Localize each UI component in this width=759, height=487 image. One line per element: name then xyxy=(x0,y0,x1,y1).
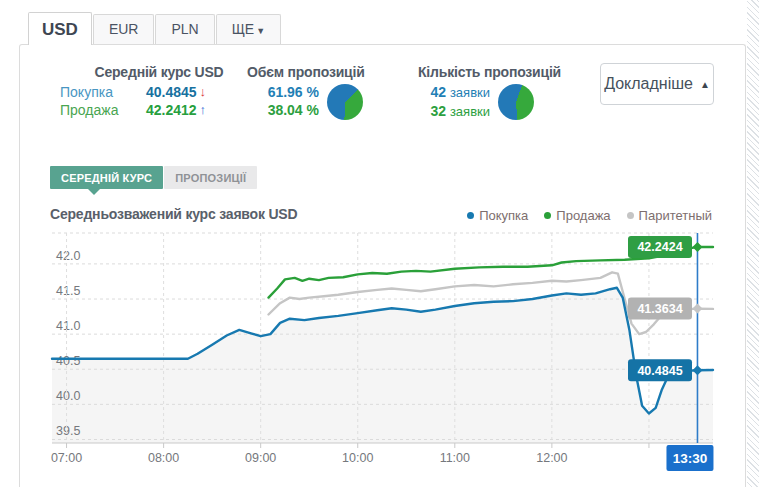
svg-text:10:00: 10:00 xyxy=(342,451,373,465)
volume-block: Обєм пропозицій 61.96 % 38.04 % xyxy=(247,64,365,120)
currency-tabbar: USD EUR PLN ЩЕ▼ xyxy=(28,12,282,45)
buy-value: 40.4845 xyxy=(146,83,197,101)
triangle-up-icon: ▲ xyxy=(700,79,710,90)
chevron-down-icon: ▼ xyxy=(256,26,265,36)
svg-text:41.0: 41.0 xyxy=(56,319,80,333)
sell-label: Продажа xyxy=(60,101,132,119)
svg-text:39.5: 39.5 xyxy=(56,424,80,438)
legend-parity-label: Паритетный xyxy=(639,208,712,223)
count-sell: 32 заявки xyxy=(418,102,490,121)
count-sell-unit: заявки xyxy=(450,104,490,119)
tab-more-label: ЩЕ xyxy=(232,21,254,37)
chart-subtabs: СЕРЕДНІЙ КУРС ПРОПОЗИЦІЇ xyxy=(50,166,257,189)
buy-dot-icon xyxy=(467,212,474,219)
count-sell-number: 32 xyxy=(430,103,446,119)
legend-item-sell[interactable]: Продажа xyxy=(544,208,610,223)
count-title: Кількість пропозицій xyxy=(418,64,561,80)
svg-text:08:00: 08:00 xyxy=(148,451,179,465)
details-button[interactable]: Докладніше ▲ xyxy=(600,63,714,105)
details-button-label: Докладніше xyxy=(604,75,693,93)
count-buy-unit: заявки xyxy=(450,85,490,100)
subtab-offers[interactable]: ПРОПОЗИЦІЇ xyxy=(164,166,257,189)
svg-text:42.0: 42.0 xyxy=(56,249,80,263)
count-buy-number: 42 xyxy=(430,84,446,100)
tab-usd[interactable]: USD xyxy=(28,12,92,45)
svg-text:09:00: 09:00 xyxy=(245,451,276,465)
svg-text:40.4845: 40.4845 xyxy=(637,364,682,378)
tab-more[interactable]: ЩЕ▼ xyxy=(216,14,281,44)
chart-title: Середньозважений курс заявок USD xyxy=(50,206,297,222)
legend-buy-label: Покупка xyxy=(479,208,528,223)
arrow-up-icon: ↑ xyxy=(200,101,207,119)
subtab-average-rate[interactable]: СЕРЕДНІЙ КУРС xyxy=(50,166,163,189)
sell-value: 42.2412 xyxy=(146,101,197,119)
count-block: Кількість пропозицій 42 заявки 32 заявки xyxy=(418,64,561,121)
count-pie-chart xyxy=(498,84,534,120)
tab-eur[interactable]: EUR xyxy=(93,14,155,44)
volume-sell-percent: 38.04 % xyxy=(247,101,319,119)
svg-text:07:00: 07:00 xyxy=(51,451,82,465)
legend-item-buy[interactable]: Покупка xyxy=(467,208,528,223)
tab-pln[interactable]: PLN xyxy=(155,14,214,44)
count-buy: 42 заявки xyxy=(418,83,490,102)
svg-text:41.3634: 41.3634 xyxy=(637,302,682,316)
sell-dot-icon xyxy=(544,212,551,219)
rate-chart[interactable]: 39.540.040.541.041.542.007:0008:0009:001… xyxy=(0,225,759,487)
svg-text:40.5: 40.5 xyxy=(56,354,80,368)
avg-rate-block: Середній курс USD Покупка 40.4845 ↓ Прод… xyxy=(60,64,238,119)
chart-legend: Покупка Продажа Паритетный xyxy=(467,208,712,223)
volume-buy-percent: 61.96 % xyxy=(247,83,319,101)
svg-text:40.0: 40.0 xyxy=(56,389,80,403)
svg-text:12:00: 12:00 xyxy=(536,451,567,465)
svg-text:41.5: 41.5 xyxy=(56,284,80,298)
arrow-down-icon: ↓ xyxy=(200,83,207,101)
legend-sell-label: Продажа xyxy=(556,208,610,223)
avg-sell-row: Продажа 42.2412 ↑ xyxy=(60,101,238,119)
legend-item-parity[interactable]: Паритетный xyxy=(627,208,712,223)
svg-text:42.2424: 42.2424 xyxy=(637,240,682,254)
parity-dot-icon xyxy=(627,212,634,219)
svg-text:11:00: 11:00 xyxy=(440,451,470,465)
volume-title: Обєм пропозицій xyxy=(247,64,365,80)
avg-rate-title: Середній курс USD xyxy=(60,64,238,80)
avg-buy-row: Покупка 40.4845 ↓ xyxy=(60,83,238,101)
volume-pie-chart xyxy=(327,84,363,120)
svg-text:13:30: 13:30 xyxy=(673,451,708,466)
buy-label: Покупка xyxy=(60,83,132,101)
